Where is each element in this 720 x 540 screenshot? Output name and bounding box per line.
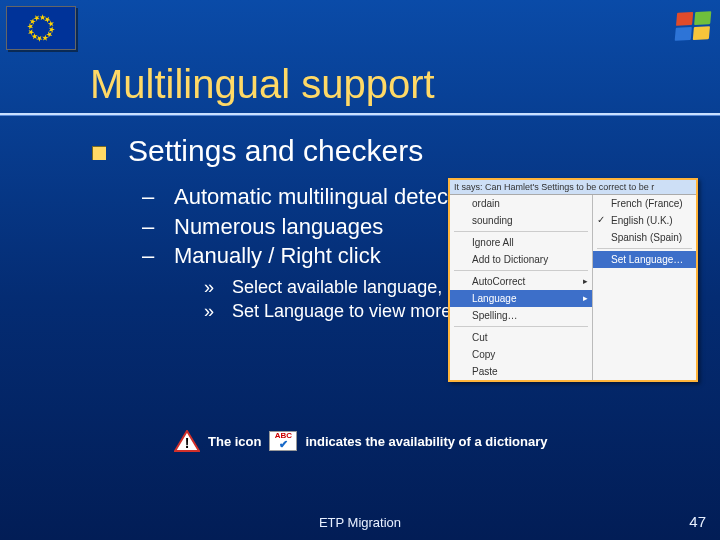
dash-bullet: – bbox=[142, 241, 154, 271]
menu-item[interactable]: Ignore All bbox=[450, 234, 592, 251]
bullet-text: Manually / Right click bbox=[174, 241, 381, 271]
submenu-item-set-language[interactable]: Set Language… bbox=[593, 251, 696, 268]
subbullet-text: Select available language, or bbox=[232, 275, 463, 299]
menu-item[interactable]: sounding bbox=[450, 212, 592, 229]
menu-item[interactable]: ordain bbox=[450, 195, 592, 212]
note-post: indicates the availability of a dictiona… bbox=[305, 434, 547, 449]
spellcheck-icon: ABC✔ bbox=[269, 431, 297, 451]
page-number: 47 bbox=[689, 513, 706, 530]
raquo-bullet: » bbox=[204, 299, 218, 323]
menu-titlebar: It says: Can Hamlet's Settings to be cor… bbox=[450, 180, 696, 195]
submenu-item[interactable]: Spanish (Spain) bbox=[593, 229, 696, 246]
slide-title: Multilingual support bbox=[90, 62, 720, 107]
dash-bullet: – bbox=[142, 212, 154, 242]
bullet-text: Numerous languages bbox=[174, 212, 383, 242]
menu-item[interactable]: AutoCorrect▸ bbox=[450, 273, 592, 290]
svg-text:!: ! bbox=[185, 435, 190, 451]
square-bullet-icon bbox=[92, 146, 106, 160]
footer-text: ETP Migration bbox=[0, 515, 720, 530]
menu-item[interactable]: Copy bbox=[450, 346, 592, 363]
context-menu-screenshot: It says: Can Hamlet's Settings to be cor… bbox=[448, 178, 698, 382]
dictionary-note: ! The icon ABC✔ indicates the availabili… bbox=[174, 430, 547, 452]
context-menu-main: ordain sounding Ignore All Add to Dictio… bbox=[450, 195, 592, 380]
eu-flag: ★ ★ ★ ★ ★ ★ ★ ★ ★ ★ ★ ★ bbox=[6, 6, 76, 50]
note-pre: The icon bbox=[208, 434, 261, 449]
section-heading: Settings and checkers bbox=[128, 134, 423, 168]
menu-item[interactable]: Cut bbox=[450, 329, 592, 346]
menu-item[interactable]: Add to Dictionary bbox=[450, 251, 592, 268]
eu-stars: ★ ★ ★ ★ ★ ★ ★ ★ ★ ★ ★ ★ bbox=[26, 13, 56, 43]
windows-logo-icon bbox=[675, 11, 712, 41]
submenu-item[interactable]: French (France) bbox=[593, 195, 696, 212]
warning-icon: ! bbox=[174, 430, 200, 452]
context-submenu-language: French (France) English (U.K.) Spanish (… bbox=[592, 195, 696, 380]
submenu-item-checked[interactable]: English (U.K.) bbox=[593, 212, 696, 229]
menu-item[interactable]: Paste bbox=[450, 363, 592, 380]
dash-bullet: – bbox=[142, 182, 154, 212]
subbullet-text: Set Language to view more bbox=[232, 299, 451, 323]
menu-item[interactable]: Spelling… bbox=[450, 307, 592, 324]
raquo-bullet: » bbox=[204, 275, 218, 299]
menu-item-language[interactable]: Language▸ bbox=[450, 290, 592, 307]
bullet-text: Automatic multilingual detection bbox=[174, 182, 483, 212]
